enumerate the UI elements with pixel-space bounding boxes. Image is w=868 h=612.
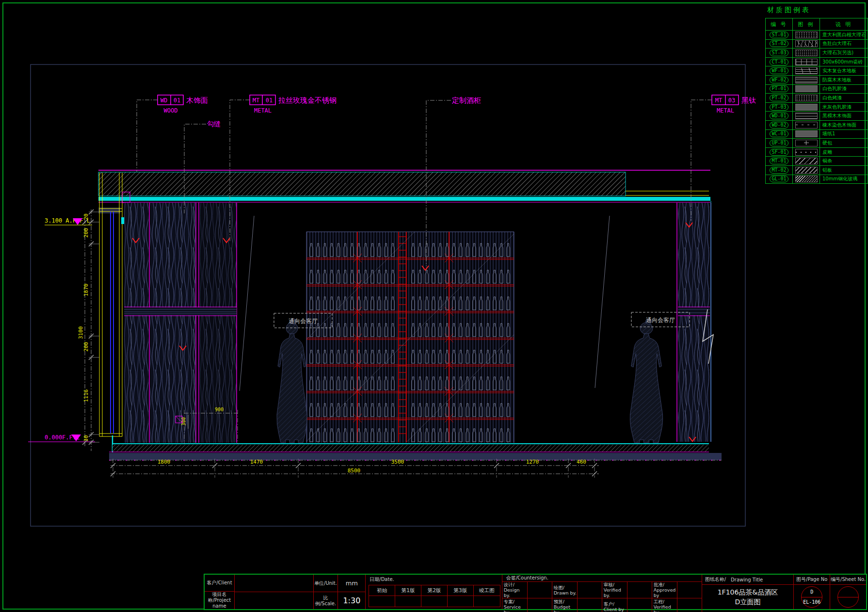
title-block: 客户/Client 项目名称/Project name 单位/Unit. 比例/…: [204, 574, 867, 610]
marble-swatch: [795, 40, 818, 47]
sheetno-bottom: [838, 597, 858, 608]
sign-label: 工程/Verified by.: [652, 598, 677, 612]
drawing-title-label-en: Drawing Title: [731, 577, 763, 582]
callout-mt01: MT 01 拉丝玫瑰金不锈钢 METAL: [250, 95, 337, 114]
legend-swatch-cell: [793, 48, 820, 57]
drawing-title-section: 图纸名称/ Drawing Title 1F106品茶&品酒区 D立面图: [702, 575, 794, 609]
sign-label: 批准/Approved by: [652, 582, 677, 598]
sign-label: 预算/Budget by: [552, 598, 578, 612]
drawing-title-line1: 1F106品茶&品酒区: [718, 587, 778, 597]
dots-swatch: [795, 149, 818, 156]
legend-code-cell: WC-01: [766, 130, 793, 139]
sheetno-section: 编号/Sheet No.: [830, 575, 866, 609]
dimension-text: 200: [83, 342, 89, 352]
sign-value: [528, 582, 552, 598]
legend-code: PT-03: [770, 104, 788, 111]
dimension-text: 1270: [526, 459, 539, 465]
revision-tab: 初始: [369, 585, 395, 596]
svg-text:MT: MT: [715, 97, 722, 104]
hlines-swatch: [795, 77, 818, 83]
legend-header-row: 编 号 图 例 说 明: [766, 18, 868, 31]
legend-desc: 铝板: [822, 167, 832, 174]
legend-row: UP-01硬包: [766, 139, 868, 148]
legend-code-cell: WF-01: [766, 66, 793, 75]
legend-code: SF-01: [770, 149, 788, 156]
sign-label: 专案/Service by: [502, 598, 528, 612]
revision-tab: 第1版: [395, 585, 421, 596]
legend-code: WC-01: [770, 130, 788, 137]
legend-code-cell: SF-01: [766, 148, 793, 157]
revision-value: [421, 596, 448, 607]
revision-table: 初始第1版第2版第3版竣工图: [369, 585, 500, 607]
pageno-circle: D EL-106: [801, 586, 822, 608]
project-value: [235, 592, 313, 609]
dimension-text: 30: [83, 435, 89, 441]
sign-label: 客户/Client by: [602, 598, 627, 612]
revision-tab: 第2版: [421, 585, 448, 596]
countersign-section: 会签/Countersign. 设计/Design by.绘图/Drawn by…: [502, 575, 702, 609]
legend-desc: 白色烤漆: [822, 95, 842, 101]
legend-code-cell: PT-02: [766, 94, 793, 102]
dimension-text: 1470: [250, 459, 263, 465]
legend-title: 材质图例表: [767, 6, 868, 15]
sign-label: 绘图/Drawn by.: [552, 582, 578, 598]
client-project-values: [235, 575, 314, 609]
svg-text:黑钛: 黑钛: [741, 96, 756, 105]
grid-swatch: [795, 59, 818, 65]
legend-code: ST-03: [770, 49, 788, 56]
unit-scale-labels: 单位/Unit. 比例/Scale.: [314, 575, 338, 609]
planks-swatch: [795, 67, 818, 74]
legend-header-desc: 说 明: [820, 18, 868, 30]
revision-value: [395, 596, 421, 607]
legend-row: WC-01墙纸1: [766, 130, 868, 139]
legend-code: UP-01: [770, 140, 788, 146]
legend-swatch-cell: [793, 94, 820, 102]
legend-desc-cell: 皮雕: [820, 148, 868, 157]
pageno-bottom: EL-106: [802, 597, 822, 608]
dimension-text: 3500: [391, 459, 404, 465]
diagt-swatch: [795, 176, 818, 182]
legend-desc-cell: 铝板: [820, 166, 868, 175]
materials-legend: 材质图例表 编 号 图 例 说 明 ST-01意大利黑白根大理石ST-02鱼肚白…: [765, 6, 868, 184]
callout-cabinet: 定制酒柜: [451, 96, 481, 105]
dim-left-overall: 3100: [78, 326, 84, 339]
legend-code-cell: UP-01: [766, 139, 793, 147]
legend-code: CT-01: [770, 59, 788, 65]
legend-code-cell: PT-01: [766, 85, 793, 94]
legend-code-cell: WD-02: [766, 121, 793, 129]
legend-code-cell: ST-01: [766, 31, 793, 39]
legend-swatch-cell: [793, 139, 820, 147]
person-silhouette-right: [630, 319, 662, 443]
legend-row: ST-01意大利黑白根大理石: [766, 31, 868, 40]
legend-code: WF-02: [770, 77, 788, 83]
svg-text:01: 01: [174, 97, 180, 104]
legend-desc: 硬包: [822, 140, 832, 146]
legend-swatch-cell: [793, 58, 820, 66]
date-label: 日期/Date.: [366, 575, 501, 584]
plus-swatch: [795, 140, 818, 146]
svg-text:01: 01: [266, 97, 273, 104]
sheetno-circle: [837, 586, 859, 608]
legend-desc-cell: 橡木染色木饰面: [820, 121, 868, 129]
sign-value: [578, 582, 602, 598]
legend-row: MT-01铜条: [766, 157, 868, 166]
legend-row: WD-02橡木染色木饰面: [766, 121, 868, 130]
speckle-swatch: [795, 95, 818, 101]
legend-desc: 300x600mm瓷砖: [822, 59, 863, 65]
wall-fold-line-left: [240, 216, 254, 391]
date-section: 日期/Date. 初始第1版第2版第3版竣工图: [366, 575, 502, 609]
svg-text:METAL: METAL: [254, 107, 272, 114]
legend-header-code: 编 号: [766, 18, 793, 30]
legend-row: GL-0110mm钢化玻璃: [766, 175, 868, 184]
drawing-title-label: 图纸名称/: [705, 576, 726, 583]
legend-code-cell: MT-02: [766, 166, 793, 175]
legend-swatch-cell: [793, 148, 820, 157]
legend-code-cell: GL-01: [766, 175, 793, 184]
speckle-swatch: [795, 32, 818, 38]
legend-desc: 防腐木木地板: [822, 77, 852, 83]
legend-code: MT-01: [770, 158, 788, 164]
dash-swatch: [795, 122, 818, 129]
legend-swatch-cell: [793, 157, 820, 165]
legend-row: PT-03米灰色乳胶漆: [766, 103, 868, 112]
legend-desc-cell: 防腐木木地板: [820, 76, 868, 84]
